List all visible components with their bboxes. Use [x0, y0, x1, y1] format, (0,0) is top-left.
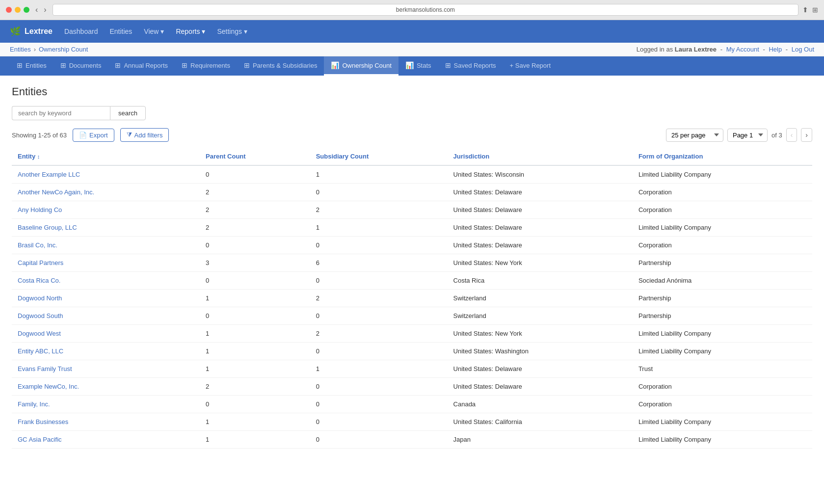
- app-logo[interactable]: 🌿 Lextree: [10, 26, 53, 37]
- entity-name-cell[interactable]: Dogwood West: [12, 325, 200, 343]
- search-button[interactable]: search: [110, 106, 146, 120]
- parents-subsidiaries-tab-icon: ⊞: [244, 61, 250, 69]
- toolbar-right: 25 per page 10 per page 50 per page 100 …: [666, 128, 812, 142]
- page-title: Entities: [12, 85, 812, 98]
- tab-parents-subsidiaries[interactable]: ⊞ Parents & Subsidiaries: [237, 56, 324, 76]
- parent-count-cell: 1: [200, 431, 310, 449]
- jurisdiction-cell: United States: New York: [448, 254, 633, 272]
- next-page-button[interactable]: ›: [801, 128, 812, 142]
- jurisdiction-cell: United States: Washington: [448, 343, 633, 360]
- browser-new-tab-button[interactable]: ⊞: [812, 6, 818, 14]
- nav-settings[interactable]: Settings ▾: [217, 27, 247, 35]
- browser-forward-button[interactable]: ›: [42, 5, 48, 14]
- table-row: Costa Rica Co. 0 0 Costa Rica Sociedad A…: [12, 272, 812, 290]
- entity-name-cell[interactable]: Dogwood South: [12, 307, 200, 325]
- entity-name-cell[interactable]: GC Asia Pacific: [12, 431, 200, 449]
- parent-count-cell: 0: [200, 237, 310, 254]
- parent-count-cell: 1: [200, 413, 310, 431]
- prev-page-button[interactable]: ‹: [786, 128, 797, 142]
- jurisdiction-cell: United States: Delaware: [448, 184, 633, 201]
- col-header-form-of-org[interactable]: Form of Organization: [633, 148, 812, 165]
- tab-entities[interactable]: ⊞ Entities: [10, 56, 53, 76]
- form-of-org-cell: Corporation: [633, 201, 812, 219]
- add-filters-button[interactable]: ⧩ Add filters: [120, 128, 169, 142]
- search-input[interactable]: [12, 106, 110, 120]
- browser-address-bar[interactable]: berkmansolutions.com: [53, 4, 798, 16]
- top-bar: Entities › Ownership Count Logged in as …: [0, 43, 824, 56]
- table-row: Dogwood South 0 0 Switzerland Partnershi…: [12, 307, 812, 325]
- entity-name-cell[interactable]: Another Example LLC: [12, 165, 200, 184]
- browser-share-button[interactable]: ⬆: [802, 6, 808, 14]
- entity-name-cell[interactable]: Baseline Group, LLC: [12, 219, 200, 237]
- parent-count-cell: 2: [200, 378, 310, 396]
- entity-name-cell[interactable]: Entity ABC, LLC: [12, 343, 200, 360]
- table-row: Brasil Co, Inc. 0 0 United States: Delaw…: [12, 237, 812, 254]
- help-link[interactable]: Help: [769, 46, 782, 53]
- subsidiary-count-cell: 0: [310, 343, 448, 360]
- entity-name-cell[interactable]: Another NewCo Again, Inc.: [12, 184, 200, 201]
- col-header-parent-count[interactable]: Parent Count: [200, 148, 310, 165]
- jurisdiction-cell: United States: Delaware: [448, 219, 633, 237]
- entity-name-cell[interactable]: Dogwood North: [12, 290, 200, 307]
- entity-name-cell[interactable]: Any Holding Co: [12, 201, 200, 219]
- search-bar: search: [12, 106, 812, 120]
- table-row: Family, Inc. 0 0 Canada Corporation: [12, 396, 812, 413]
- nav-reports[interactable]: Reports ▾: [176, 27, 205, 35]
- subsidiary-count-cell: 2: [310, 201, 448, 219]
- nav-dashboard[interactable]: Dashboard: [64, 27, 98, 35]
- browser-traffic-lights: [6, 7, 29, 13]
- tab-stats[interactable]: 📊 Stats: [399, 56, 438, 76]
- parent-count-cell: 0: [200, 307, 310, 325]
- table-body: Another Example LLC 0 1 United States: W…: [12, 165, 812, 449]
- form-of-org-cell: Partnership: [633, 307, 812, 325]
- browser-back-button[interactable]: ‹: [33, 5, 40, 14]
- tab-ownership-count[interactable]: 📊 Ownership Count: [324, 56, 398, 76]
- my-account-link[interactable]: My Account: [726, 46, 759, 53]
- per-page-select[interactable]: 25 per page 10 per page 50 per page 100 …: [666, 129, 723, 142]
- subsidiary-count-cell: 0: [310, 413, 448, 431]
- breadcrumb-entities-link[interactable]: Entities: [10, 46, 31, 53]
- form-of-org-cell: Trust: [633, 360, 812, 378]
- jurisdiction-cell: Canada: [448, 396, 633, 413]
- jurisdiction-cell: Japan: [448, 431, 633, 449]
- jurisdiction-cell: United States: Delaware: [448, 378, 633, 396]
- form-of-org-cell: Corporation: [633, 378, 812, 396]
- tab-documents[interactable]: ⊞ Documents: [53, 56, 108, 76]
- form-of-org-cell: Limited Liability Company: [633, 431, 812, 449]
- minimize-window-button[interactable]: [15, 7, 21, 13]
- nav-view[interactable]: View ▾: [144, 27, 164, 35]
- toolbar: Showing 1-25 of 63 📄 Export ⧩ Add filter…: [12, 128, 812, 142]
- table-row: Frank Businesses 1 0 United States: Cali…: [12, 413, 812, 431]
- entity-name-cell[interactable]: Evans Family Trust: [12, 360, 200, 378]
- annual-reports-tab-icon: ⊞: [115, 61, 121, 69]
- entity-name-cell[interactable]: Brasil Co, Inc.: [12, 237, 200, 254]
- browser-chrome: ‹ › berkmansolutions.com ⬆ ⊞: [0, 0, 824, 20]
- col-header-entity[interactable]: Entity ↕: [12, 148, 200, 165]
- entity-name-cell[interactable]: Costa Rica Co.: [12, 272, 200, 290]
- log-out-link[interactable]: Log Out: [792, 46, 814, 53]
- entity-name-cell[interactable]: Example NewCo, Inc.: [12, 378, 200, 396]
- parent-count-cell: 1: [200, 343, 310, 360]
- table-row: GC Asia Pacific 1 0 Japan Limited Liabil…: [12, 431, 812, 449]
- export-button[interactable]: 📄 Export: [73, 129, 114, 142]
- entity-name-cell[interactable]: Family, Inc.: [12, 396, 200, 413]
- main-content: Entities search Showing 1-25 of 63 📄 Exp…: [0, 76, 824, 458]
- form-of-org-cell: Limited Liability Company: [633, 165, 812, 184]
- col-header-subsidiary-count[interactable]: Subsidiary Count: [310, 148, 448, 165]
- maximize-window-button[interactable]: [24, 7, 29, 13]
- subsidiary-count-cell: 0: [310, 184, 448, 201]
- parent-count-cell: 1: [200, 360, 310, 378]
- user-name: Laura Lextree: [675, 46, 717, 53]
- parent-count-cell: 0: [200, 272, 310, 290]
- tab-requirements[interactable]: ⊞ Requirements: [175, 56, 237, 76]
- col-header-jurisdiction[interactable]: Jurisdiction: [448, 148, 633, 165]
- tab-annual-reports[interactable]: ⊞ Annual Reports: [108, 56, 175, 76]
- subsidiary-count-cell: 2: [310, 290, 448, 307]
- tab-saved-reports[interactable]: ⊞ Saved Reports: [438, 56, 503, 76]
- close-window-button[interactable]: [6, 7, 12, 13]
- tab-save-report[interactable]: + Save Report: [503, 57, 558, 76]
- nav-entities[interactable]: Entities: [109, 27, 132, 35]
- entity-name-cell[interactable]: Frank Businesses: [12, 413, 200, 431]
- entity-name-cell[interactable]: Capital Partners: [12, 254, 200, 272]
- page-select[interactable]: Page 1 Page 2 Page 3: [727, 129, 768, 142]
